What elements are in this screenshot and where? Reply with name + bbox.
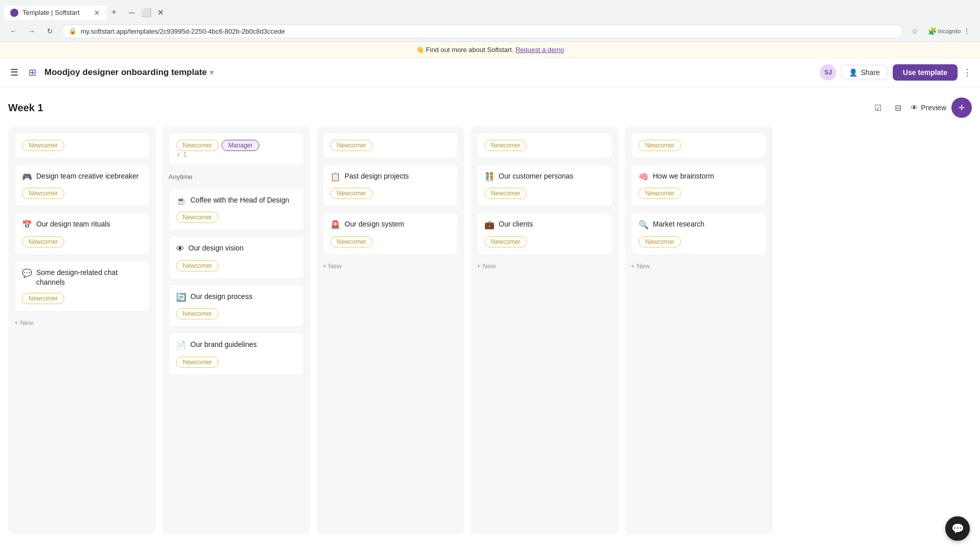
new-item-btn-col3[interactable]: + New (323, 260, 458, 272)
card-tags-row: Newcomer (176, 212, 297, 223)
manager-tag[interactable]: Manager (222, 140, 259, 151)
grid-view-btn[interactable]: ⊞ (27, 65, 38, 80)
newcomer-tag[interactable]: Newcomer (484, 236, 527, 247)
card-emoji: 🔄 (176, 292, 186, 303)
profile-btn[interactable]: Incognito (942, 24, 957, 38)
card-tags-row: Newcomer (22, 236, 142, 247)
card-brand-guidelines[interactable]: 📄 Our brand guidelines Newcomer (168, 332, 304, 375)
banner-text: 👋 Find out more about Softstart. (416, 46, 514, 54)
checklist-icon-btn[interactable]: ☑ (870, 101, 886, 115)
filter-icon-btn[interactable]: ⊟ (891, 101, 905, 115)
sidebar-toggle-btn[interactable]: ☰ (8, 65, 20, 80)
card-title-text: Our brand guidelines (190, 340, 257, 350)
window-minimize-btn[interactable]: ─ (126, 7, 138, 19)
meta-count: 1 (183, 151, 187, 158)
kanban-column-1: Newcomer 🎮 Design team creative icebreak… (8, 126, 156, 534)
browser-menu-btn[interactable]: ⋮ (960, 24, 974, 38)
newcomer-tag[interactable]: Newcomer (176, 308, 218, 319)
tab-close-btn[interactable]: ✕ (94, 9, 100, 17)
browser-titlebar: Template | Softstart ✕ + ─ ⬜ ✕ (0, 0, 980, 21)
preview-label: Preview (921, 104, 946, 112)
card-tags-row: Newcomer (330, 188, 451, 199)
share-btn[interactable]: 👤 Share (841, 65, 887, 80)
banner-link[interactable]: Request a demo (516, 46, 564, 54)
card-emoji: 📋 (330, 171, 340, 183)
nav-back-btn[interactable]: ← (6, 24, 20, 38)
card-title: 🎮 Design team creative icebreaker (22, 171, 142, 183)
card-title: 📅 Our design team rituals (22, 219, 142, 231)
preview-btn[interactable]: 👁 Preview (911, 104, 946, 112)
card-newcomer-top[interactable]: Newcomer (14, 132, 150, 159)
card-title: 💬 Some design-related chat channels (22, 268, 142, 288)
card-market-research[interactable]: 🔍 Market research Newcomer (631, 212, 767, 255)
card-design-vision[interactable]: 👁 Our design vision Newcomer (168, 236, 304, 279)
card-title-text: Some design-related chat channels (36, 268, 142, 288)
new-tab-btn[interactable]: + (106, 4, 122, 21)
card-brainstorm[interactable]: 🧠 How we brainstorm Newcomer (631, 164, 767, 207)
newcomer-tag[interactable]: Newcomer (639, 236, 681, 247)
card-design-process[interactable]: 🔄 Our design process Newcomer (168, 284, 304, 327)
newcomer-tag[interactable]: Newcomer (484, 188, 527, 199)
newcomer-tag[interactable]: Newcomer (22, 293, 64, 304)
newcomer-tag[interactable]: Newcomer (639, 188, 681, 199)
add-new-btn[interactable]: + (951, 97, 972, 118)
kanban-column-2: Newcomer Manager ✓ 1 Anytime ☕ Coffee wi… (162, 126, 310, 534)
card-tags-row: Newcomer (639, 140, 759, 151)
use-template-btn[interactable]: Use template (893, 64, 958, 81)
card-customer-personas[interactable]: 🧑‍🤝‍🧑 Our customer personas Newcomer (477, 164, 612, 207)
newcomer-tag[interactable]: Newcomer (330, 236, 373, 247)
card-title-text: Our design vision (188, 243, 243, 254)
newcomer-tag[interactable]: Newcomer (176, 260, 218, 271)
col4-header-card: Newcomer (477, 132, 612, 159)
new-item-btn-col5[interactable]: + New (631, 260, 767, 272)
eye-icon: 👁 (911, 104, 918, 112)
tab-favicon (10, 9, 18, 17)
newcomer-tag[interactable]: Newcomer (484, 140, 527, 151)
nav-refresh-btn[interactable]: ↻ (43, 24, 57, 38)
user-avatar-btn[interactable]: SJ (820, 64, 836, 81)
card-title: 🔄 Our design process (176, 292, 297, 303)
card-tags-row: Newcomer (176, 308, 297, 319)
nav-forward-btn[interactable]: → (24, 24, 39, 38)
title-chevron-icon[interactable]: ▾ (210, 68, 213, 77)
card-title: 📄 Our brand guidelines (176, 340, 297, 351)
new-item-btn-col4[interactable]: + New (477, 260, 612, 272)
card-tags-row: Newcomer (639, 236, 759, 247)
card-design-icebreaker[interactable]: 🎮 Design team creative icebreaker Newcom… (14, 164, 150, 207)
card-title: 🔍 Market research (639, 219, 759, 231)
window-close-btn[interactable]: ✕ (155, 7, 167, 19)
card-title: 🚨 Our design system (330, 219, 451, 231)
browser-tab[interactable]: Template | Softstart ✕ (4, 6, 106, 20)
newcomer-tag[interactable]: Newcomer (330, 140, 373, 151)
bookmark-btn[interactable]: ☆ (908, 24, 922, 38)
browser-controls: ← → ↻ 🔒 my.softstart.app/templates/2c939… (0, 21, 980, 41)
week-actions: ☑ ⊟ 👁 Preview + (870, 97, 972, 118)
card-emoji: ☕ (176, 195, 186, 207)
col5-header-card: Newcomer (631, 132, 767, 159)
extensions-btn[interactable]: 🧩 (925, 24, 939, 38)
card-past-projects[interactable]: 📋 Past design projects Newcomer (323, 164, 458, 207)
newcomer-tag[interactable]: Newcomer (639, 140, 681, 151)
kanban-column-3: Newcomer 📋 Past design projects Newcomer… (316, 126, 464, 534)
browser-chrome: Template | Softstart ✕ + ─ ⬜ ✕ ← → ↻ 🔒 m… (0, 0, 980, 42)
card-coffee-design[interactable]: ☕ Coffee with the Head of Design Newcome… (168, 188, 304, 231)
card-chat-channels[interactable]: 💬 Some design-related chat channels Newc… (14, 260, 150, 312)
newcomer-tag[interactable]: Newcomer (330, 188, 373, 199)
col3-header-card: Newcomer (323, 132, 458, 159)
newcomer-tag[interactable]: Newcomer (176, 357, 218, 368)
newcomer-tag[interactable]: Newcomer (22, 188, 64, 199)
newcomer-tag[interactable]: Newcomer (176, 212, 218, 223)
window-maximize-btn[interactable]: ⬜ (140, 7, 153, 19)
newcomer-tag[interactable]: Newcomer (22, 140, 64, 151)
address-bar[interactable]: 🔒 my.softstart.app/templates/2c93995d-22… (61, 24, 903, 38)
chat-icon: 💬 (951, 522, 964, 535)
newcomer-tag[interactable]: Newcomer (176, 140, 218, 151)
card-design-system[interactable]: 🚨 Our design system Newcomer (323, 212, 458, 255)
new-item-btn-col1[interactable]: + New (14, 317, 150, 329)
more-options-btn[interactable]: ⋮ (963, 67, 972, 78)
newcomer-tag[interactable]: Newcomer (22, 236, 64, 247)
card-design-rituals[interactable]: 📅 Our design team rituals Newcomer (14, 212, 150, 255)
app-header: ☰ ⊞ Moodjoy designer onboarding template… (0, 58, 980, 87)
card-our-clients[interactable]: 💼 Our clients Newcomer (477, 212, 612, 255)
card-title-text: Our design team rituals (36, 219, 110, 230)
